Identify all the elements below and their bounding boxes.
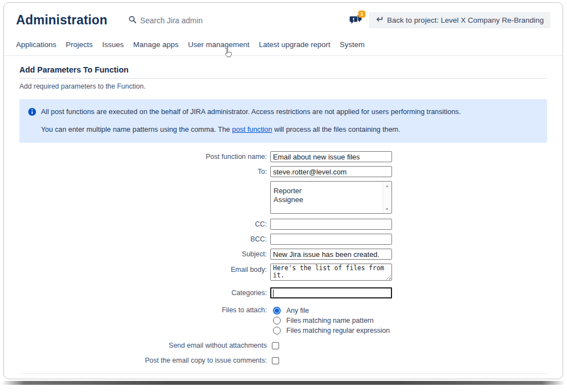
section-description: Add required parameters to the Function.	[19, 82, 547, 90]
page-title: Administration	[16, 13, 107, 28]
notifications-icon[interactable]: 1	[349, 13, 363, 28]
listbox-option-assignee[interactable]: Assignee	[271, 195, 391, 204]
bcc-input[interactable]	[270, 234, 392, 245]
listbox-option-reporter[interactable]: Reporter	[271, 187, 391, 195]
search-input[interactable]: Search Jira admin	[128, 16, 203, 25]
search-placeholder: Search Jira admin	[140, 16, 203, 25]
post-function-name-label: Post function name:	[19, 153, 267, 161]
email-body-label: Email body:	[19, 266, 267, 274]
admin-header: Administration Search Jira admin 1	[4, 3, 563, 28]
scroll-up-icon[interactable]: ▲	[385, 182, 389, 189]
categories-input[interactable]	[270, 287, 392, 298]
radio-selected-icon[interactable]	[273, 307, 281, 314]
info-icon	[28, 108, 36, 117]
notification-badge: 1	[358, 11, 365, 18]
info-line2-pre: You can enter multiple name patterns usi…	[41, 125, 232, 133]
files-to-attach-radio-group: Any file Files matching name pattern Fil…	[270, 307, 547, 334]
frame-bottom-shadow	[2, 381, 565, 385]
radio-name-pattern[interactable]: Files matching name pattern	[273, 317, 547, 324]
info-text-line1: All post functions are executed on the b…	[41, 107, 461, 116]
nav-item-user-management[interactable]: User management	[188, 40, 249, 49]
main-content: Add Parameters To Function Add required …	[4, 65, 563, 379]
section-heading: Add Parameters To Function	[19, 65, 547, 79]
back-to-project-button[interactable]: Back to project: Level X Company Re-Bran…	[369, 12, 550, 28]
bcc-label: BCC:	[19, 235, 267, 243]
post-function-name-input[interactable]	[270, 151, 392, 162]
nav-item-manage-apps[interactable]: Manage apps	[133, 40, 179, 49]
radio-any-file-label: Any file	[286, 307, 309, 314]
nav-divider	[4, 55, 563, 56]
info-text-line2: You can enter multiple name patterns usi…	[41, 125, 538, 133]
text-caret	[273, 290, 274, 297]
categories-label: Categories:	[19, 289, 267, 297]
back-button-label: Back to project: Level X Company Re-Bran…	[387, 16, 544, 24]
to-label: To:	[19, 168, 267, 176]
footer-divider	[19, 373, 547, 374]
header-actions: 1 Back to project: Level X Company Re-Br…	[349, 12, 550, 28]
return-arrow-icon	[375, 16, 383, 24]
info-message-box: All post functions are executed on the b…	[19, 99, 547, 143]
nav-item-system[interactable]: System	[340, 40, 365, 49]
email-body-textarea[interactable]: Here's the list of files from it.	[270, 264, 392, 281]
search-icon	[128, 16, 136, 25]
nav-item-latest-upgrade-report[interactable]: Latest upgrade report	[259, 40, 330, 49]
cc-label: CC:	[19, 220, 267, 228]
radio-unselected-icon[interactable]	[273, 327, 281, 334]
to-recipients-listbox[interactable]: Reporter Assignee ▲ ▼	[270, 181, 392, 214]
post-function-link[interactable]: post function	[232, 125, 272, 133]
post-copy-to-comments-label: Post the email copy to issue comments:	[19, 357, 267, 364]
info-line2-post: will process all the files containing th…	[272, 125, 400, 133]
radio-name-pattern-label: Files matching name pattern	[286, 317, 374, 324]
radio-regex-label: Files matching regular expression	[286, 327, 390, 334]
nav-item-applications[interactable]: Applications	[16, 40, 56, 49]
nav-item-projects[interactable]: Projects	[66, 40, 93, 49]
radio-any-file[interactable]: Any file	[273, 307, 547, 314]
browser-page: Administration Search Jira admin 1	[3, 2, 563, 379]
cc-input[interactable]	[270, 219, 392, 230]
post-copy-to-comments-checkbox[interactable]	[272, 357, 279, 364]
admin-nav: Applications Projects Issues Manage apps…	[4, 40, 563, 49]
radio-regular-expression[interactable]: Files matching regular expression	[273, 327, 547, 334]
send-without-attachments-checkbox[interactable]	[272, 342, 279, 349]
scroll-down-icon[interactable]: ▼	[385, 205, 389, 213]
nav-item-issues[interactable]: Issues	[102, 40, 124, 49]
radio-unselected-icon[interactable]	[273, 317, 281, 324]
subject-input[interactable]	[270, 249, 392, 260]
send-without-attachments-label: Send email without attachments	[19, 342, 267, 349]
post-function-form: Post function name: To: Reporter Assigne…	[19, 151, 547, 379]
to-input[interactable]	[270, 166, 392, 177]
files-to-attach-label: Files to attach:	[19, 306, 267, 314]
mouse-hand-cursor-icon	[224, 48, 232, 60]
subject-label: Subject:	[19, 250, 267, 258]
listbox-scrollbar[interactable]: ▲ ▼	[383, 182, 391, 213]
